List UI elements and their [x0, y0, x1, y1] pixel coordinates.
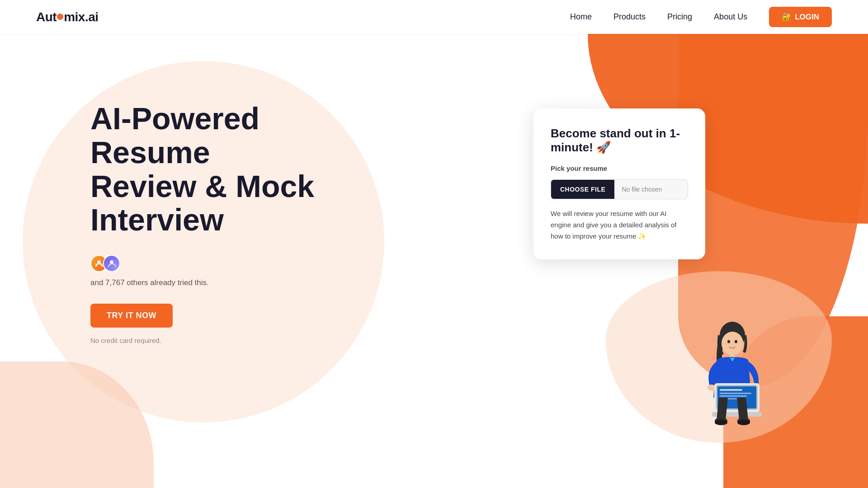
navbar: Autmix.ai Home Products Pricing About Us… [0, 0, 868, 34]
svg-point-19 [715, 420, 727, 425]
nav-products[interactable]: Products [613, 12, 646, 21]
avatar-stack [90, 255, 120, 272]
svg-rect-12 [720, 389, 742, 391]
nav-about[interactable]: About Us [714, 12, 747, 21]
woman-illustration [692, 316, 773, 434]
logo-dot [57, 14, 63, 20]
social-proof-text: and 7,767 others already tried this. [90, 278, 384, 287]
logo: Autmix.ai [36, 10, 99, 24]
no-credit-text: No credit card required. [90, 337, 384, 344]
svg-point-20 [737, 420, 750, 425]
avatar-2 [103, 255, 120, 272]
try-now-button[interactable]: TRY IT NOW [90, 304, 173, 328]
svg-point-1 [110, 260, 113, 264]
svg-point-5 [735, 340, 737, 343]
avatar-icon-2 [104, 256, 119, 271]
nav-links: Home Products Pricing About Us [570, 12, 747, 22]
svg-point-3 [722, 332, 743, 355]
file-input-row: CHOOSE FILE No file chosen [551, 179, 688, 199]
login-button[interactable]: 🔐 LOGIN [769, 7, 832, 27]
nav-home[interactable]: Home [570, 12, 592, 21]
choose-file-button[interactable]: CHOOSE FILE [551, 180, 614, 199]
avatars-row [90, 255, 384, 272]
svg-point-0 [97, 260, 101, 264]
card-pick-label: Pick your resume [551, 164, 688, 172]
hero-title: AI-Powered Resume Review & Mock Intervie… [90, 102, 384, 237]
card-description: We will review your resume with our AI e… [551, 208, 688, 242]
nav-pricing[interactable]: Pricing [667, 12, 692, 21]
login-icon: 🔐 [782, 12, 791, 22]
resume-card: Become stand out in 1-minute! 🚀 Pick you… [533, 108, 705, 259]
svg-point-4 [727, 340, 730, 343]
hero-content: AI-Powered Resume Review & Mock Intervie… [90, 102, 384, 344]
svg-rect-13 [720, 393, 751, 394]
card-title: Become stand out in 1-minute! 🚀 [551, 127, 688, 155]
file-name-label: No file chosen [614, 186, 669, 193]
login-label: LOGIN [795, 13, 819, 22]
svg-rect-14 [720, 395, 747, 397]
hero-section: AI-Powered Resume Review & Mock Intervie… [0, 34, 868, 488]
